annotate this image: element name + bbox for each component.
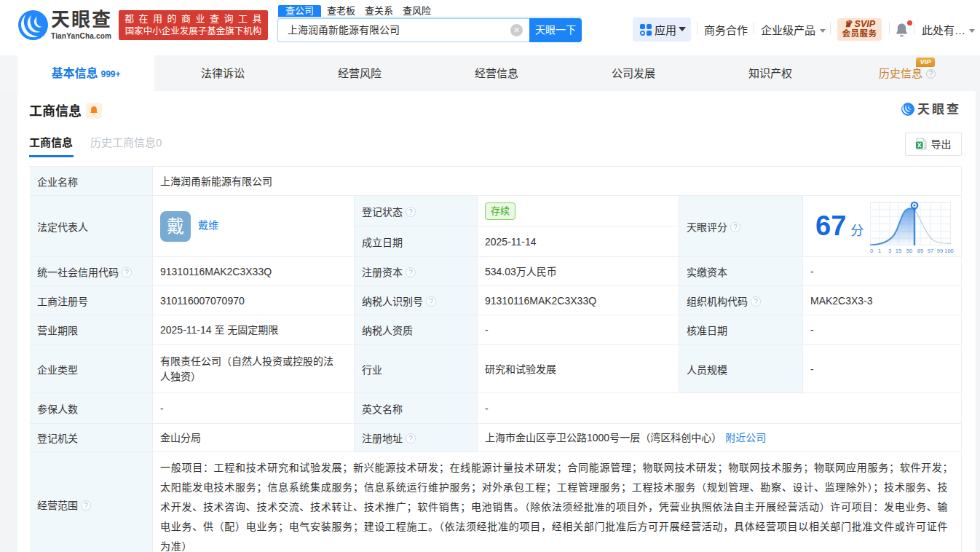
svg-text:0: 0 [870,248,873,254]
svg-text:85: 85 [917,248,923,254]
svg-text:3: 3 [888,248,891,254]
svg-text:天眼查: 天眼查 [917,103,961,117]
svg-text:15: 15 [896,248,901,254]
svg-text:97: 97 [928,248,933,254]
svg-text:100: 100 [944,248,954,254]
svg-text:99: 99 [937,248,943,254]
svg-text:1: 1 [878,248,881,254]
svg-text:50: 50 [906,248,912,254]
